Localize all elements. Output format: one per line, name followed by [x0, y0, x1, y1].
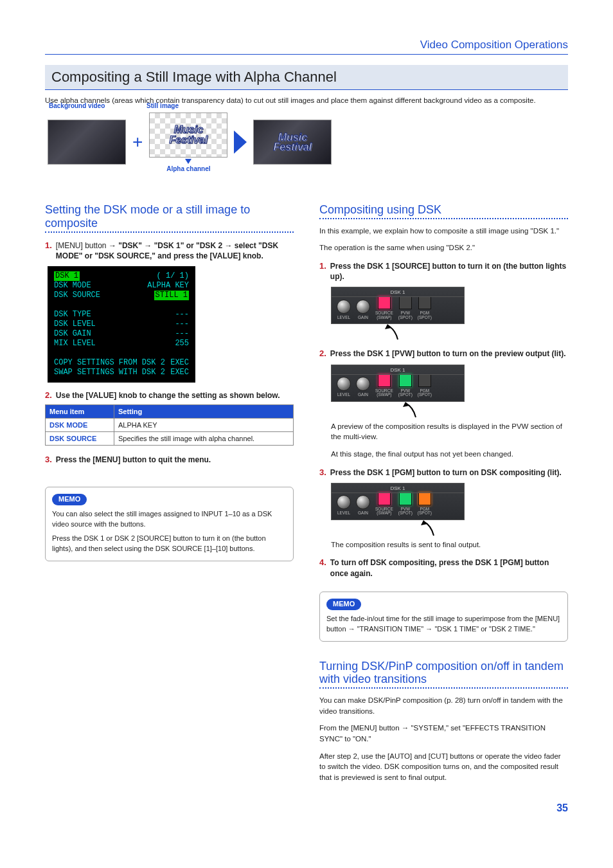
step-1-text: [MENU] button → "DSK" → "DSK 1" or "DSK …: [56, 240, 294, 261]
left-step-2: 2. Use the [VALUE] knob to change the se…: [45, 390, 294, 401]
memo-left-p2: Press the DSK 1 or DSK 2 [SOURCE] button…: [52, 534, 287, 554]
step-3-text: Press the [MENU] button to quit the menu…: [56, 455, 211, 465]
step-num-1: 1.: [45, 240, 52, 261]
rstep-3-text: Press the DSK 1 [PGM] button to turn on …: [330, 467, 562, 478]
menu-screenshot: DSK 1 ( 1/ 1) DSK MODE ALPHA KEY DSK SOU…: [48, 266, 195, 383]
composite-thumb: Music Festival: [253, 120, 332, 165]
dotted-rule-right: [319, 218, 568, 219]
memo-right: MEMO Set the fade-in/out time for the st…: [319, 592, 568, 642]
tandem-heading: Turning DSK/PinP composition on/off in t…: [319, 660, 568, 686]
rstep-3-p: The composition results is sent to final…: [331, 539, 568, 550]
memo-right-p: Set the fade-in/out time for the still i…: [326, 614, 561, 635]
step-2-text: Use the [VALUE] knob to change the setti…: [56, 390, 280, 401]
pgm-button-2[interactable]: [418, 374, 431, 387]
gain-knob-2[interactable]: [356, 377, 370, 391]
pointer-icon-1: [384, 325, 403, 345]
right-intro-1: In this example, we explain how to compo…: [319, 226, 568, 237]
rstep-1-text: Press the DSK 1 [SOURCE] button to turn …: [330, 261, 568, 282]
music-festival-logo-2: Music Festival: [254, 120, 331, 164]
step-num-2: 2.: [45, 390, 52, 401]
left-subheading: Setting the DSK mode or a still image to…: [45, 203, 294, 230]
rstep-num-1: 1.: [319, 261, 326, 282]
page-heading: Compositing a Still Image with Alpha Cha…: [45, 65, 568, 90]
right-column: Compositing using DSK In this example, w…: [319, 192, 568, 790]
music-festival-logo-1: Music Festival: [150, 113, 227, 157]
rstep-2-p1: A preview of the composition results is …: [331, 421, 568, 442]
memo-left: MEMO You can also select the still image…: [45, 487, 294, 561]
rstep-2-p2: At this stage, the final output has not …: [331, 449, 568, 460]
td-dsk-mode: DSK MODE: [46, 419, 114, 432]
pointer-icon-3: [420, 521, 439, 541]
tandem-p1: You can make DSK/PinP composition (p. 28…: [319, 695, 568, 716]
right-step-3: 3. Press the DSK 1 [PGM] button to turn …: [319, 467, 568, 478]
bg-video-label: Background video: [49, 102, 105, 109]
right-step-2: 2. Press the DSK 1 [PVW] button to turn …: [319, 348, 568, 359]
pvw-button-2[interactable]: [399, 374, 412, 387]
rstep-num-2: 2.: [319, 348, 326, 359]
step-num-3: 3.: [45, 455, 52, 465]
dotted-rule-left: [45, 231, 294, 233]
td-dsk-source-desc: Specifies the still image with alpha cha…: [114, 432, 293, 446]
arrow-right-icon: [234, 131, 247, 154]
tandem-p2: From the [MENU] button → "SYSTEM," set "…: [319, 723, 568, 744]
rstep-num-3: 3.: [319, 467, 326, 478]
level-knob-3[interactable]: [337, 495, 351, 509]
gain-knob[interactable]: [356, 300, 370, 314]
td-dsk-source: DSK SOURCE: [46, 432, 114, 446]
rstep-4-text: To turn off DSK compositing, press the D…: [330, 557, 568, 578]
hw-panel-1: LEVEL GAIN SOURCE(SWAP) PVW(SPOT) PGM(SP…: [331, 287, 465, 324]
right-subheading: Compositing using DSK: [319, 203, 568, 217]
rstep-2-text: Press the DSK 1 [PVW] button to turn on …: [330, 348, 566, 359]
pgm-button[interactable]: [418, 296, 431, 309]
memo-tag-left: MEMO: [52, 494, 87, 505]
festival-text: Festival: [170, 135, 208, 145]
source-button-3[interactable]: [378, 493, 391, 505]
gain-knob-3[interactable]: [356, 495, 370, 509]
th-menu-item: Menu item: [46, 405, 114, 419]
level-knob-2[interactable]: [337, 377, 351, 391]
tandem-p3: After step 2, use the [AUTO] and [CUT] b…: [319, 751, 568, 783]
settings-table: Menu item Setting DSK MODE ALPHA KEY DSK…: [45, 404, 294, 446]
hw-panel-2: LEVEL GAIN SOURCE(SWAP) PVW(SPOT) PGM(SP…: [331, 365, 465, 402]
page-number: 35: [45, 802, 568, 814]
level-knob[interactable]: [337, 300, 351, 314]
music-text: Music: [174, 125, 203, 134]
memo-left-p1: You can also select the still images ass…: [52, 509, 287, 530]
intro-paragraph: Use alpha channels (areas which contain …: [45, 95, 568, 106]
th-setting: Setting: [114, 405, 293, 419]
left-column: Setting the DSK mode or a still image to…: [45, 192, 294, 790]
dotted-rule-tandem: [319, 687, 568, 689]
alpha-channel-label: Alpha channel: [166, 165, 210, 172]
hw-panel-3: LEVEL GAIN SOURCE(SWAP) PVW(SPOT) PGM(SP…: [331, 483, 465, 520]
pvw-button-3[interactable]: [399, 493, 412, 505]
source-button-2[interactable]: [378, 374, 391, 387]
td-alpha-key: ALPHA KEY: [114, 419, 293, 432]
right-step-1: 1. Press the DSK 1 [SOURCE] button to tu…: [319, 261, 568, 282]
music-text-2: Music: [278, 132, 307, 142]
illustration-row: Background video Still image + Music Fes…: [48, 113, 568, 172]
still-image-label: Still image: [147, 102, 179, 109]
right-intro-2: The operation is the same when using "DS…: [319, 242, 568, 253]
left-step-1: 1. [MENU] button → "DSK" → "DSK 1" or "D…: [45, 240, 294, 261]
right-step-4: 4. To turn off DSK compositing, press th…: [319, 557, 568, 578]
memo-tag-right: MEMO: [326, 599, 361, 610]
alpha-arrow-icon: [185, 159, 191, 164]
pvw-button[interactable]: [399, 296, 412, 309]
pointer-icon-2: [402, 403, 421, 422]
plus-icon: +: [132, 132, 143, 152]
pgm-button-3[interactable]: [418, 493, 431, 505]
source-button[interactable]: [378, 296, 391, 309]
rstep-num-4: 4.: [319, 557, 326, 578]
left-step-3: 3. Press the [MENU] button to quit the m…: [45, 455, 294, 465]
bg-video-thumb: [48, 120, 126, 165]
festival-text-2: Festival: [274, 142, 312, 152]
section-header: Video Composition Operations: [45, 39, 568, 55]
still-thumb: Music Festival: [149, 113, 227, 158]
